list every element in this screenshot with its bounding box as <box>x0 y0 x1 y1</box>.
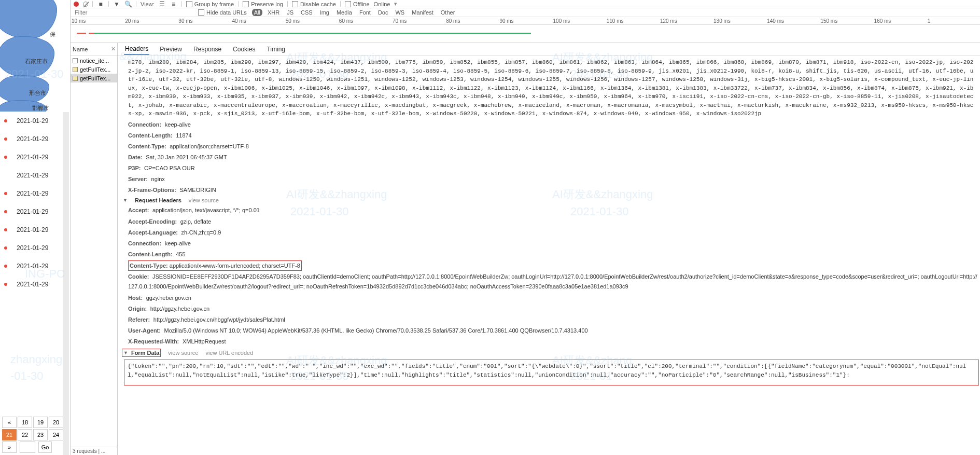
use-large-rows-icon[interactable]: ≡ <box>170 1 177 8</box>
view-source-link[interactable]: view source <box>168 350 198 356</box>
app-left-panel: 保 石家庄市 邢台市 邯郸市 2021-01-292021-01-292021-… <box>0 0 70 455</box>
tab-cookies[interactable]: Cookies <box>232 44 256 54</box>
date-list-item[interactable]: 2021-01-29 <box>4 239 70 257</box>
checkbox-icon[interactable] <box>186 1 192 7</box>
page-next-button[interactable]: » <box>2 442 17 453</box>
tab-preview[interactable]: Preview <box>159 44 183 54</box>
group-by-frame-toggle[interactable]: Group by frame <box>186 1 234 7</box>
timeline-tick: 140 ms <box>766 18 819 24</box>
page-button[interactable]: 21 <box>2 429 17 440</box>
timeline-tick: 20 ms <box>124 18 177 24</box>
date-list-item[interactable]: 2021-01-29 <box>4 184 70 202</box>
request-row[interactable]: getFullTex... <box>71 74 117 82</box>
page-button[interactable]: 19 <box>33 417 48 428</box>
filter-type-ws[interactable]: WS <box>393 9 407 16</box>
header-row: Origin: http://ggzy.hebei.gov.cn <box>119 304 980 314</box>
date-list-item[interactable]: 2021-01-29 <box>4 220 70 239</box>
request-row[interactable]: getFullTex... <box>71 65 117 74</box>
header-row: Accept-Language: zh-CN,zh;q=0.9 <box>119 227 980 238</box>
page-button[interactable]: 24 <box>49 429 63 440</box>
view-source-link[interactable]: view source <box>189 197 219 203</box>
filter-type-manifest[interactable]: Manifest <box>410 9 436 16</box>
collapse-icon[interactable]: ▼ <box>123 350 128 355</box>
bullet-icon <box>4 210 7 213</box>
bullet-icon <box>4 246 7 250</box>
page-button[interactable]: 20 <box>49 417 63 428</box>
date-text: 2021-01-29 <box>17 117 48 125</box>
header-row: Content-Length: 455 <box>119 249 980 260</box>
checkbox-icon[interactable] <box>198 9 204 16</box>
filter-type-doc[interactable]: Doc <box>376 9 390 16</box>
dropdown-arrow-icon[interactable]: ▾ <box>394 1 397 7</box>
filter-type-other[interactable]: Other <box>439 9 457 16</box>
date-text: 2021-01-29 <box>17 244 48 252</box>
filter-type-css[interactable]: CSS <box>299 9 315 16</box>
bullet-icon <box>4 265 7 268</box>
filter-type-font[interactable]: Font <box>357 9 373 16</box>
filter-icon[interactable]: ▼ <box>113 1 120 8</box>
separator <box>92 1 93 7</box>
disable-cache-toggle[interactable]: Disable cache <box>292 1 336 7</box>
record-icon[interactable] <box>74 2 79 7</box>
page-button[interactable]: 23 <box>33 429 48 440</box>
filter-type-xhr[interactable]: XHR <box>265 9 282 16</box>
camera-icon[interactable]: ■ <box>97 1 104 8</box>
page-button[interactable]: 18 <box>18 417 32 428</box>
bullet-icon <box>4 156 7 159</box>
detail-tabs: HeadersPreviewResponseCookiesTiming <box>118 43 980 56</box>
section-title: Request Headers <box>135 197 181 203</box>
tab-headers[interactable]: Headers <box>124 44 149 55</box>
timeline-tick: 150 ms <box>819 18 873 24</box>
form-data-section[interactable]: ▼ Form Data view source view URL encoded <box>119 347 980 359</box>
tab-timing[interactable]: Timing <box>265 44 286 54</box>
timeline-tick: 60 ms <box>338 18 391 24</box>
separator <box>340 1 341 7</box>
date-list-item[interactable]: 2021-01-29 <box>4 257 70 275</box>
go-button[interactable]: Go <box>38 442 52 453</box>
checkbox-icon[interactable] <box>292 1 298 7</box>
online-select[interactable]: Online <box>374 1 390 7</box>
date-text: 2021-01-29 <box>17 172 48 179</box>
date-list-item[interactable]: 2021-01-29 <box>4 148 70 166</box>
separator <box>108 1 109 7</box>
preserve-log-toggle[interactable]: Preserve log <box>243 1 283 7</box>
view-url-encoded-link[interactable]: view URL encoded <box>205 350 253 356</box>
go-input[interactable] <box>20 442 35 453</box>
date-list-item[interactable]: 2021-01-29 <box>4 112 70 130</box>
tab-response[interactable]: Response <box>192 44 222 54</box>
filter-type-all[interactable]: All <box>252 9 262 16</box>
date-list-item[interactable]: 2021-01-29 <box>4 275 70 293</box>
page-button[interactable]: 22 <box>18 429 32 440</box>
filter-input[interactable] <box>74 9 193 17</box>
collapse-icon[interactable]: ▼ <box>123 198 128 203</box>
checkbox-icon[interactable] <box>243 1 249 7</box>
script-icon <box>73 76 78 81</box>
section-title: Form Data <box>131 350 159 356</box>
date-list-item[interactable]: 2021-01-29 <box>4 166 70 184</box>
search-icon[interactable]: 🔍 <box>124 1 132 8</box>
timeline-tick: 130 ms <box>712 18 766 24</box>
timeline-tick: 30 ms <box>177 18 231 24</box>
header-row: Connection: keep-alive <box>119 119 980 130</box>
bullet-icon <box>4 137 7 141</box>
header-row: Date: Sat, 30 Jan 2021 06:45:37 GMT <box>119 152 980 163</box>
date-list-item[interactable]: 2021-01-29 <box>4 202 70 220</box>
close-icon[interactable]: ✕ <box>111 46 116 52</box>
offline-toggle[interactable]: Offline <box>345 1 370 7</box>
checkbox-icon[interactable] <box>345 1 351 7</box>
date-text: 2021-01-29 <box>17 135 48 143</box>
request-row[interactable]: notice_ite... <box>71 56 117 65</box>
large-view-icon[interactable]: ☰ <box>159 1 166 8</box>
filter-type-js[interactable]: JS <box>285 9 296 16</box>
network-timeline[interactable]: 10 ms20 ms30 ms40 ms50 ms60 ms70 ms80 ms… <box>71 17 980 43</box>
filter-type-img[interactable]: Img <box>318 9 331 16</box>
clear-icon[interactable] <box>83 2 88 7</box>
request-headers-section[interactable]: ▼ Request Headers view source <box>119 196 980 205</box>
header-row: Cookie: JSESSIONID=EE8EFF2930DF1D4AF2D62… <box>119 271 980 292</box>
date-list-item[interactable]: 2021-01-29 <box>4 130 70 148</box>
page-prev-button[interactable]: « <box>2 417 17 428</box>
document-icon <box>73 58 78 63</box>
timeline-tick: 40 ms <box>231 18 285 24</box>
filter-type-media[interactable]: Media <box>334 9 354 16</box>
hide-data-urls-toggle[interactable]: Hide data URLs <box>198 9 247 16</box>
